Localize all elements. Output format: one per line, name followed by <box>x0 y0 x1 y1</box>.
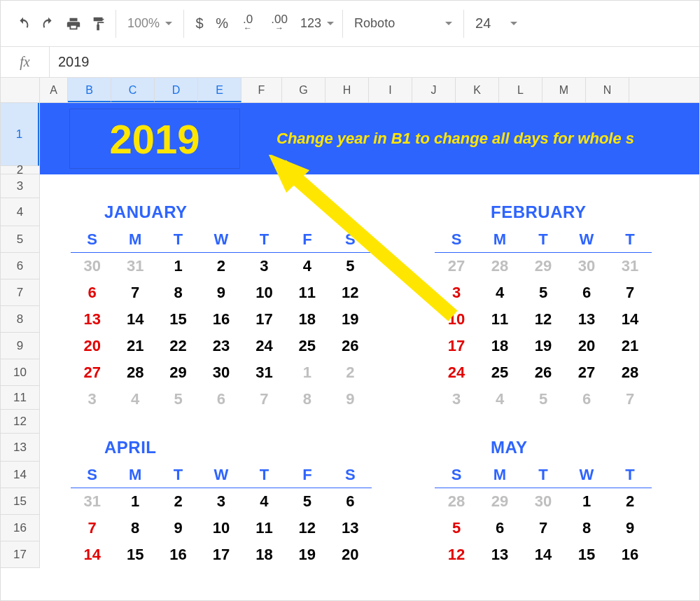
col-header-H[interactable]: H <box>326 78 369 102</box>
day-cell[interactable]: 12 <box>435 546 478 564</box>
undo-button[interactable] <box>10 11 36 36</box>
day-cell[interactable]: 7 <box>522 519 565 537</box>
day-cell[interactable]: 14 <box>113 310 156 329</box>
day-cell[interactable]: 1 <box>157 257 200 275</box>
day-cell[interactable]: 12 <box>522 310 565 329</box>
font-dropdown[interactable]: Roboto <box>347 10 459 38</box>
day-cell[interactable]: 20 <box>565 337 608 355</box>
day-cell[interactable]: 5 <box>329 257 372 275</box>
day-cell[interactable]: 13 <box>329 519 372 537</box>
day-cell[interactable]: 13 <box>565 310 608 329</box>
day-cell[interactable]: 6 <box>200 390 242 408</box>
day-cell[interactable]: 19 <box>286 546 328 564</box>
day-cell[interactable]: 6 <box>565 390 608 408</box>
day-cell[interactable]: 3 <box>71 390 113 408</box>
day-cell[interactable]: 24 <box>243 337 286 355</box>
cells-area[interactable]: 2019 Change year in B1 to change all day… <box>40 103 699 600</box>
day-cell[interactable]: 28 <box>435 492 478 511</box>
day-cell[interactable]: 12 <box>329 284 372 302</box>
day-cell[interactable]: 9 <box>608 519 652 537</box>
day-cell[interactable]: 21 <box>608 337 652 355</box>
day-cell[interactable]: 14 <box>608 310 652 329</box>
row-header-5[interactable]: 5 <box>1 226 39 253</box>
day-cell[interactable]: 27 <box>71 364 113 382</box>
day-cell[interactable]: 1 <box>113 492 156 511</box>
day-cell[interactable]: 22 <box>157 337 200 355</box>
day-cell[interactable]: 31 <box>243 364 286 382</box>
day-cell[interactable]: 18 <box>478 337 522 355</box>
col-header-D[interactable]: D <box>155 78 198 102</box>
day-cell[interactable]: 21 <box>113 337 156 355</box>
row-header-17[interactable]: 17 <box>1 541 39 568</box>
row-header-14[interactable]: 14 <box>1 462 39 488</box>
day-cell[interactable]: 7 <box>608 284 652 302</box>
day-cell[interactable]: 2 <box>200 257 242 275</box>
col-header-L[interactable]: L <box>499 78 542 102</box>
day-cell[interactable]: 5 <box>286 492 328 511</box>
day-cell[interactable]: 7 <box>608 390 652 408</box>
day-cell[interactable]: 31 <box>113 257 156 275</box>
print-button[interactable] <box>61 11 86 36</box>
day-cell[interactable]: 28 <box>608 364 652 382</box>
row-header-13[interactable]: 13 <box>1 434 39 462</box>
percent-button[interactable]: % <box>211 11 233 36</box>
row-header-7[interactable]: 7 <box>1 279 39 306</box>
currency-button[interactable]: $ <box>188 11 211 36</box>
day-cell[interactable]: 19 <box>522 337 565 355</box>
day-cell[interactable]: 12 <box>286 519 328 537</box>
day-cell[interactable]: 20 <box>329 546 372 564</box>
day-cell[interactable]: 9 <box>200 284 242 302</box>
col-header-A[interactable]: A <box>40 78 68 102</box>
increase-decimal-button[interactable]: .00 → <box>262 11 296 36</box>
day-cell[interactable]: 8 <box>565 519 608 537</box>
number-format-dropdown[interactable]: 123 <box>296 10 338 38</box>
day-cell[interactable]: 15 <box>113 546 156 564</box>
day-cell[interactable]: 3 <box>243 257 286 275</box>
day-cell[interactable]: 3 <box>435 284 478 302</box>
day-cell[interactable]: 18 <box>243 546 286 564</box>
year-cell[interactable]: 2019 <box>68 107 241 170</box>
day-cell[interactable]: 9 <box>329 390 372 408</box>
row-header-16[interactable]: 16 <box>1 515 39 541</box>
day-cell[interactable]: 13 <box>71 310 113 329</box>
day-cell[interactable]: 17 <box>243 310 286 329</box>
day-cell[interactable]: 16 <box>157 546 200 564</box>
redo-button[interactable] <box>36 11 61 36</box>
day-cell[interactable]: 15 <box>157 310 200 329</box>
row-header-12[interactable]: 12 <box>1 410 39 434</box>
day-cell[interactable]: 25 <box>478 364 522 382</box>
row-header-15[interactable]: 15 <box>1 488 39 515</box>
col-header-I[interactable]: I <box>369 78 412 102</box>
day-cell[interactable]: 10 <box>435 310 478 329</box>
day-cell[interactable]: 16 <box>200 310 242 329</box>
day-cell[interactable]: 5 <box>435 519 478 537</box>
row-header-3[interactable]: 3 <box>1 174 39 198</box>
col-header-B[interactable]: B <box>68 78 111 102</box>
day-cell[interactable]: 24 <box>435 364 478 382</box>
day-cell[interactable]: 29 <box>522 257 565 275</box>
day-cell[interactable]: 1 <box>565 492 608 511</box>
day-cell[interactable]: 26 <box>329 337 372 355</box>
day-cell[interactable]: 30 <box>200 364 242 382</box>
day-cell[interactable]: 7 <box>243 390 286 408</box>
day-cell[interactable]: 28 <box>478 257 522 275</box>
day-cell[interactable]: 26 <box>522 364 565 382</box>
row-header-6[interactable]: 6 <box>1 253 39 279</box>
day-cell[interactable]: 20 <box>71 337 113 355</box>
day-cell[interactable]: 2 <box>329 364 372 382</box>
day-cell[interactable]: 15 <box>565 546 608 564</box>
day-cell[interactable]: 28 <box>113 364 156 382</box>
day-cell[interactable]: 5 <box>522 390 565 408</box>
day-cell[interactable]: 30 <box>565 257 608 275</box>
day-cell[interactable]: 9 <box>157 519 200 537</box>
paint-format-button[interactable] <box>86 11 111 36</box>
day-cell[interactable]: 7 <box>113 284 156 302</box>
col-header-M[interactable]: M <box>542 78 586 102</box>
formula-input[interactable]: 2019 <box>50 54 699 70</box>
day-cell[interactable]: 4 <box>286 257 328 275</box>
row-header-8[interactable]: 8 <box>1 306 39 333</box>
col-header-G[interactable]: G <box>282 78 326 102</box>
day-cell[interactable]: 17 <box>200 546 242 564</box>
day-cell[interactable]: 8 <box>286 390 328 408</box>
day-cell[interactable]: 7 <box>71 519 113 537</box>
